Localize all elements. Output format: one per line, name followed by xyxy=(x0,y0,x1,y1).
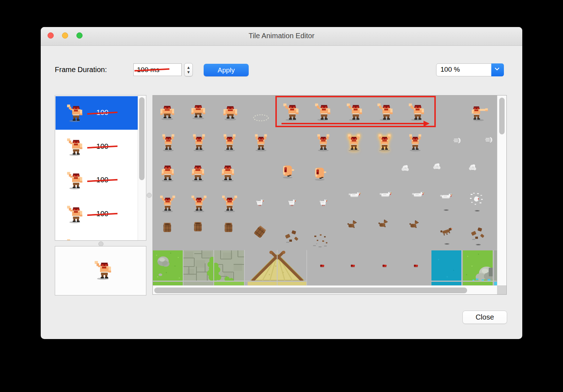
zoom-dropdown-button[interactable] xyxy=(491,63,504,76)
tile-sprite-dirtbits[interactable] xyxy=(311,231,330,251)
tile-sprite-crab[interactable] xyxy=(412,262,420,270)
tile-sprite-armsup[interactable] xyxy=(406,133,425,152)
stepper-up-icon[interactable]: ▲ xyxy=(185,66,192,70)
frame-list-item[interactable]: 100 xyxy=(56,164,138,197)
tile-sprite-armsup[interactable] xyxy=(314,133,333,152)
tile-sprite-t-water[interactable] xyxy=(431,250,462,281)
frame-list-item[interactable]: 100 xyxy=(56,96,138,130)
tile-sprite-armsv[interactable] xyxy=(158,194,177,213)
frame-list-scrollbar[interactable] xyxy=(138,95,146,240)
tile-sprite-dog[interactable] xyxy=(376,218,390,231)
tile-sprite-armsup[interactable] xyxy=(159,133,178,152)
tile-sprite-shadowpatch[interactable] xyxy=(473,206,482,215)
tile-sprite-chickfly[interactable] xyxy=(378,188,393,202)
annotation-arrow-head-icon xyxy=(424,121,430,126)
zoom-level-combobox[interactable]: 100 % xyxy=(436,63,504,76)
tile-sprite-punchside[interactable] xyxy=(470,103,489,122)
annotation-arrow xyxy=(282,123,424,124)
tileset-horizontal-scrollbar-thumb[interactable] xyxy=(154,288,467,293)
tile-sprite-armsup[interactable] xyxy=(190,133,208,152)
tile-sprite-crouch[interactable] xyxy=(158,103,177,122)
tile-sprite-debris[interactable] xyxy=(283,226,302,245)
tile-sprite-chickstand[interactable] xyxy=(318,197,329,209)
tile-sprite-shadowpatch[interactable] xyxy=(442,239,452,249)
tile-sprite-chickfly[interactable] xyxy=(347,188,362,202)
tile-sprite-t-grassrock[interactable] xyxy=(463,250,493,281)
tile-sprite-squirrel[interactable] xyxy=(439,224,454,239)
tile-sprite-armsv[interactable] xyxy=(220,194,239,213)
frame-duration-stepper[interactable]: ▲ ▼ xyxy=(184,63,193,76)
tile-strip[interactable] xyxy=(494,250,497,281)
tile-strip[interactable] xyxy=(463,282,493,286)
tile-sprite-roll[interactable] xyxy=(311,165,328,182)
tile-gridline xyxy=(244,250,245,285)
tile-sprite-armsup[interactable] xyxy=(375,133,394,152)
horizontal-splitter-handle-icon[interactable] xyxy=(98,241,103,246)
tile-sprite-chickstand[interactable] xyxy=(286,197,298,209)
tileset-view[interactable] xyxy=(152,95,507,295)
tile-sprite-dash[interactable] xyxy=(452,135,462,146)
tile-sprite-stand[interactable] xyxy=(218,164,237,182)
apply-button[interactable]: Apply xyxy=(204,64,249,76)
tile-gridline xyxy=(431,281,496,281)
frame-sprite xyxy=(65,103,84,122)
frame-list-item[interactable]: 100 xyxy=(56,231,138,241)
tile-gridline xyxy=(277,250,278,285)
tile-sprite-dog[interactable] xyxy=(345,218,359,232)
tile-sprite-roll[interactable] xyxy=(279,163,296,179)
tileset-vertical-scrollbar-thumb[interactable] xyxy=(499,98,505,134)
tile-strip[interactable] xyxy=(214,282,244,286)
tile-sprite-smoke[interactable] xyxy=(399,162,411,174)
tile-sprite-barrel[interactable] xyxy=(160,220,175,235)
tile-sprite-armsup[interactable] xyxy=(252,133,270,152)
tile-gridline xyxy=(153,281,307,281)
tile-sprite-crab[interactable] xyxy=(380,262,389,270)
tile-sprite-chickfly[interactable] xyxy=(439,190,453,204)
tile-sprite-stand[interactable] xyxy=(189,164,207,182)
tile-animation-editor-window: Tile Animation Editor Frame Duration: ▲ … xyxy=(41,27,522,339)
preview-sprite xyxy=(92,260,112,280)
tile-sprite-armsup[interactable] xyxy=(345,133,363,152)
animation-preview xyxy=(55,246,146,295)
tile-sprite-crab[interactable] xyxy=(318,262,327,270)
tile-sprite-t-stone2[interactable] xyxy=(214,250,244,281)
titlebar[interactable]: Tile Animation Editor xyxy=(41,27,522,46)
frame-list-scrollbar-thumb[interactable] xyxy=(139,97,145,180)
tile-sprite-barreltilt[interactable] xyxy=(252,224,268,240)
tile-sprite-ellipse[interactable] xyxy=(252,109,270,126)
tile-sprite-crouch[interactable] xyxy=(221,104,240,122)
tile-strip[interactable] xyxy=(494,282,497,286)
tile-sprite-t-grass[interactable] xyxy=(153,250,183,281)
tile-sprite-dash[interactable] xyxy=(484,135,494,145)
tile-sprite-barrel[interactable] xyxy=(221,220,236,235)
tile-sprite-crab[interactable] xyxy=(349,262,357,270)
tile-strip[interactable] xyxy=(183,282,214,286)
tileset-horizontal-scrollbar[interactable] xyxy=(153,285,497,294)
tile-sprite-smoke[interactable] xyxy=(431,161,443,172)
tile-sprite-crouch[interactable] xyxy=(189,103,208,121)
frame-list-item[interactable]: 100 xyxy=(56,197,138,231)
tile-sprite-armsup[interactable] xyxy=(220,133,239,152)
tile-sprite-chickstand[interactable] xyxy=(254,197,266,209)
tile-sprite-debris[interactable] xyxy=(469,223,488,242)
tileset-content[interactable] xyxy=(153,95,497,286)
tile-sprite-shadowpatch[interactable] xyxy=(442,205,451,215)
tile-sprite-t-stone[interactable] xyxy=(183,250,214,281)
tile-gridline xyxy=(183,250,183,285)
tile-sprite-barrel[interactable] xyxy=(190,219,205,235)
animation-frame-list[interactable]: 100 100 100 100 100 xyxy=(55,95,146,241)
vertical-splitter-handle-icon[interactable] xyxy=(147,193,152,198)
frame-sprite xyxy=(65,171,84,190)
tile-sprite-dog[interactable] xyxy=(407,218,421,232)
tile-sprite-smoke[interactable] xyxy=(467,162,478,173)
close-button[interactable]: Close xyxy=(462,311,507,324)
tile-sprite-feathers[interactable] xyxy=(468,191,484,207)
tile-sprite-chickfly[interactable] xyxy=(411,188,425,202)
tileset-vertical-scrollbar[interactable] xyxy=(497,95,506,286)
stepper-down-icon[interactable]: ▼ xyxy=(185,70,192,74)
tile-strip[interactable] xyxy=(431,282,462,286)
tile-strip[interactable] xyxy=(153,282,183,286)
tile-sprite-armsv[interactable] xyxy=(190,194,208,213)
frame-list-item[interactable]: 100 xyxy=(56,130,138,164)
tile-sprite-stand[interactable] xyxy=(158,164,177,182)
